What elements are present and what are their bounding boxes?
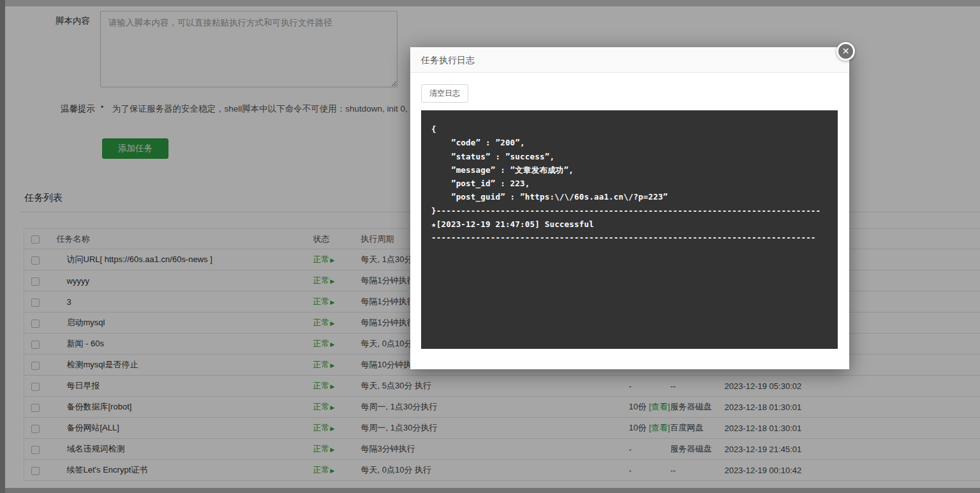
close-icon[interactable]: ✕ xyxy=(836,42,855,61)
task-log-modal: 任务执行日志 清空日志 { ”code” : ”200”, ”status” :… xyxy=(410,47,849,369)
console-log-line: }---------------------------------------… xyxy=(431,204,828,217)
console-log-line: ”status” : ”success”, xyxy=(431,150,828,163)
console-log-line: ”message” : ”文章发布成功”, xyxy=(431,163,828,177)
log-console: { ”code” : ”200”, ”status” : ”success”, … xyxy=(421,110,838,349)
console-log-line: ”post_id” : 223, xyxy=(431,177,828,190)
console-log-line: ”post_guid” : ”https:\/\/60s.aa1.cn\/?p=… xyxy=(431,190,828,203)
console-log-line: ★[2023-12-19 21:47:05] Successful xyxy=(431,217,828,231)
console-log-line: { xyxy=(431,122,828,136)
console-log-line: ----------------------------------------… xyxy=(431,231,828,244)
console-log-line: ”code” : ”200”, xyxy=(431,136,828,149)
clear-log-button[interactable]: 清空日志 xyxy=(421,84,468,103)
modal-title: 任务执行日志 xyxy=(410,47,849,73)
